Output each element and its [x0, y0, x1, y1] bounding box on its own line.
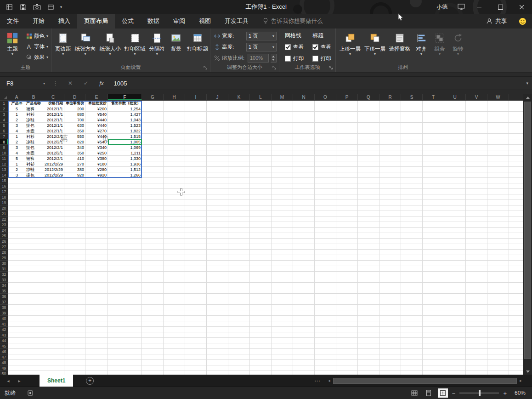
scroll-right-icon[interactable]: ▸: [518, 378, 524, 383]
cell-B14[interactable]: 提包: [25, 172, 42, 178]
cell-F8[interactable]: 1,005: [108, 139, 142, 145]
page-layout-view-button[interactable]: [424, 388, 434, 398]
column-header-I[interactable]: I: [185, 94, 207, 100]
cell-D6[interactable]: 350: [64, 128, 85, 134]
row-header-19[interactable]: 19: [0, 200, 8, 205]
zoom-in-button[interactable]: +: [503, 390, 507, 397]
row-header-1[interactable]: 1: [0, 101, 8, 106]
row-header-45[interactable]: 45: [0, 343, 8, 349]
column-header-B[interactable]: B: [25, 94, 42, 100]
row-header-32[interactable]: 32: [0, 272, 8, 277]
row-header-7[interactable]: 7: [0, 134, 8, 139]
column-header-C[interactable]: C: [42, 94, 64, 100]
cell-C3[interactable]: 2012/1/1: [42, 112, 64, 117]
row-header-44[interactable]: 44: [0, 338, 8, 343]
column-header-L[interactable]: L: [250, 94, 272, 100]
cell-A6[interactable]: 4: [8, 128, 25, 134]
row-header-15[interactable]: 15: [0, 178, 8, 183]
share-button[interactable]: 共享: [486, 17, 507, 25]
gridlines-view-checkbox[interactable]: 查看: [285, 44, 304, 51]
expand-formula-bar-icon[interactable]: ▾: [526, 81, 532, 86]
row-header-11[interactable]: 11: [0, 156, 8, 161]
row-header-5[interactable]: 5: [0, 123, 8, 128]
select-all-corner[interactable]: [0, 94, 8, 101]
cell-E13[interactable]: ¥280: [85, 167, 108, 172]
column-header-W[interactable]: W: [487, 94, 509, 100]
cell-C9[interactable]: 2012/2/1: [42, 145, 64, 150]
cell-A3[interactable]: 1: [8, 112, 25, 117]
cell-F5[interactable]: 1,523: [108, 123, 142, 128]
cell-D13[interactable]: 380: [64, 167, 85, 172]
cell-B4[interactable]: 凉鞋: [25, 117, 42, 123]
scale-spinner[interactable]: [271, 54, 277, 63]
column-header-J[interactable]: J: [207, 94, 228, 100]
row-header-18[interactable]: 18: [0, 194, 8, 200]
row-header-36[interactable]: 36: [0, 294, 8, 299]
cell-F2[interactable]: 1,254: [108, 106, 142, 112]
cell-F14[interactable]: 1,266: [108, 172, 142, 178]
cell-F1[interactable]: 售出件数（批发）: [108, 101, 142, 106]
name-box[interactable]: F8 ▾: [0, 77, 48, 90]
cell-D1[interactable]: 单位零售价: [64, 101, 85, 106]
user-name[interactable]: 小德: [430, 3, 454, 11]
zoom-level[interactable]: 60%: [511, 390, 526, 396]
row-header-26[interactable]: 26: [0, 239, 8, 244]
display-settings-icon[interactable]: [454, 4, 469, 10]
column-header-V[interactable]: V: [466, 94, 487, 100]
cell-D7[interactable]: 550: [64, 134, 85, 139]
column-header-U[interactable]: U: [444, 94, 466, 100]
row-header-13[interactable]: 13: [0, 167, 8, 172]
cell-D14[interactable]: 920: [64, 172, 85, 178]
row-header-22[interactable]: 22: [0, 217, 8, 222]
headings-view-checkbox[interactable]: 查看: [312, 44, 331, 51]
cell-D10[interactable]: 350: [64, 150, 85, 156]
ribbon-tab-0[interactable]: 文件: [0, 14, 26, 28]
column-header-T[interactable]: T: [423, 94, 444, 100]
cell-C8[interactable]: 2012/2/1: [42, 139, 64, 145]
add-sheet-button[interactable]: +: [86, 377, 94, 385]
maximize-button[interactable]: [490, 0, 511, 14]
cell-E12[interactable]: ¥180: [85, 161, 108, 167]
cell-F6[interactable]: 1,822: [108, 128, 142, 134]
height-select[interactable]: 1 页 ▾: [246, 43, 277, 51]
theme-fonts-button[interactable]: A 字体 ▾: [25, 41, 50, 52]
cell-C13[interactable]: 2012/2/29: [42, 167, 64, 172]
row-header-8[interactable]: 8: [0, 139, 8, 145]
cell-F4[interactable]: 1,043: [108, 117, 142, 123]
cell-E14[interactable]: ¥920: [85, 172, 108, 178]
row-header-50[interactable]: 50: [0, 371, 8, 375]
row-header-41[interactable]: 41: [0, 321, 8, 327]
cell-D12[interactable]: 270: [64, 161, 85, 167]
cell-C6[interactable]: 2012/1/1: [42, 128, 64, 134]
cell-A2[interactable]: 5: [8, 106, 25, 112]
column-header-K[interactable]: K: [228, 94, 250, 100]
row-header-47[interactable]: 47: [0, 354, 8, 360]
cell-D2[interactable]: 200: [64, 106, 85, 112]
cell-D5[interactable]: 630: [64, 123, 85, 128]
scroll-down-icon[interactable]: [523, 368, 532, 375]
headings-print-checkbox[interactable]: 打印: [312, 55, 331, 62]
grid-area[interactable]: 第 页 产品ID产品名称价格日期单位零售价单位批发价售出件数（批发）5裙裤201…: [8, 101, 523, 375]
ribbon-tab-7[interactable]: 视图: [192, 14, 218, 28]
cell-E9[interactable]: ¥340: [85, 145, 108, 150]
cell-F7[interactable]: 1,515: [108, 134, 142, 139]
cell-C7[interactable]: 2012/2/1: [42, 134, 64, 139]
cell-B7[interactable]: 衬衫: [25, 134, 42, 139]
cell-F13[interactable]: 1,512: [108, 167, 142, 172]
save-icon[interactable]: [18, 2, 28, 12]
cell-C14[interactable]: 2012/2/29: [42, 172, 64, 178]
drag-dots-icon[interactable]: ⋮: [48, 80, 62, 86]
zoom-slider-thumb[interactable]: [479, 390, 481, 396]
dialog-launcher-icon[interactable]: [272, 66, 277, 70]
normal-view-button[interactable]: [409, 388, 419, 398]
ribbon-tab-8[interactable]: 开发工具: [218, 14, 255, 28]
theme-effects-button[interactable]: 效果 ▾: [25, 52, 50, 63]
cell-D11[interactable]: 410: [64, 156, 85, 161]
row-header-37[interactable]: 37: [0, 299, 8, 305]
scroll-left-icon[interactable]: ◂: [326, 378, 332, 383]
cell-A7[interactable]: 1: [8, 134, 25, 139]
cell-E3[interactable]: ¥540: [85, 112, 108, 117]
horizontal-scrollbar[interactable]: ◂ ▸: [326, 375, 524, 387]
vertical-scroll-thumb[interactable]: [524, 102, 531, 359]
cancel-icon[interactable]: ✕: [62, 80, 78, 86]
